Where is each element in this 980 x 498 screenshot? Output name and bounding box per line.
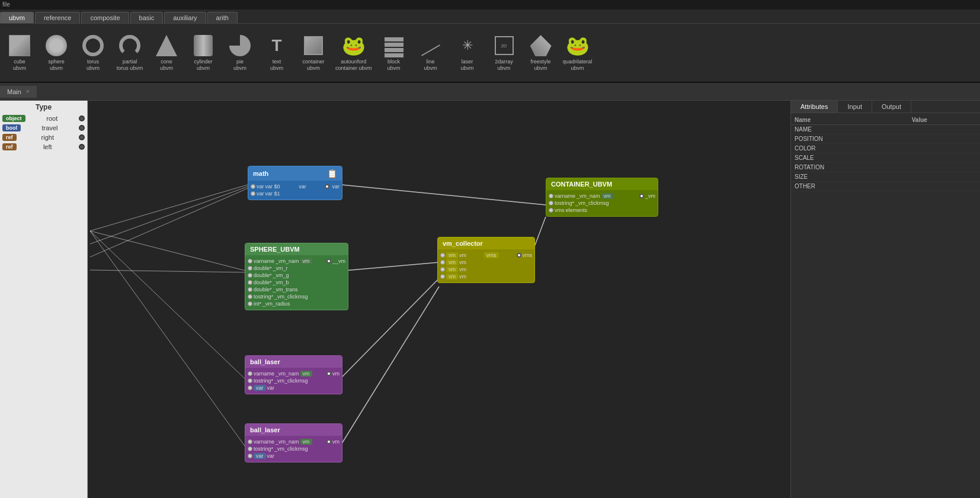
node-collector-body: vm vm vms vms vm vm vm vm bbox=[438, 249, 534, 282]
type-dot-right[interactable] bbox=[79, 134, 85, 140]
port-container-click-in[interactable] bbox=[549, 201, 553, 205]
toolbar-item-cube[interactable]: cubeubvm bbox=[5, 34, 34, 72]
tab-reference[interactable]: reference bbox=[35, 12, 80, 23]
type-name-right: right bbox=[41, 134, 54, 141]
tab-ubvm[interactable]: ubvm bbox=[0, 12, 34, 23]
port-ball2-var-in[interactable] bbox=[248, 454, 252, 458]
port-container-varname-in[interactable] bbox=[549, 194, 553, 198]
node-sphere-body: varname _vm_nam vm __vm double* _vm_r do… bbox=[245, 255, 348, 310]
attr-row-size[interactable]: SIZE bbox=[791, 172, 980, 182]
port-sphere-r-in[interactable] bbox=[248, 266, 252, 271]
sub-tab-main[interactable]: Main× bbox=[0, 86, 37, 98]
tab-bar: ubvmreferencecompositebasicauxiliaryarit… bbox=[0, 9, 980, 24]
type-dot-travel[interactable] bbox=[79, 125, 85, 131]
port-sphere-vm-out[interactable] bbox=[326, 259, 331, 264]
toolbar-item-freestyle[interactable]: freestyleubvm bbox=[526, 34, 556, 72]
node-vm-collector[interactable]: vm_collector vm vm vms vms vm vm bbox=[437, 237, 535, 283]
ball1-out-vm: vm bbox=[332, 371, 340, 377]
node-sphere-title: SPHERE_UBVM bbox=[250, 246, 300, 253]
port-math-var-out[interactable] bbox=[325, 184, 329, 189]
toolbar-item-line[interactable]: lineubvm bbox=[416, 34, 446, 72]
attr-row-rotation[interactable]: ROTATION bbox=[791, 163, 980, 172]
port-ball1-click-in[interactable] bbox=[248, 378, 252, 383]
sphere-label-varname: varname bbox=[254, 258, 274, 264]
port-ball2-vm-out[interactable] bbox=[326, 439, 331, 444]
toolbar-item-pie[interactable]: pieubvm bbox=[225, 34, 255, 72]
attr-val-other bbox=[908, 182, 980, 191]
port-math-var2-in[interactable] bbox=[251, 191, 255, 196]
toolbar-icon-line bbox=[419, 34, 443, 57]
attr-row-position[interactable]: POSITION bbox=[791, 134, 980, 144]
node-sphere-row1: varname _vm_nam vm __vm bbox=[245, 258, 348, 265]
toolbar-item-block[interactable]: blockubvm bbox=[379, 34, 409, 72]
node-collector-row3: vm vm bbox=[438, 266, 534, 273]
container-val-click: _vm_clickmsg bbox=[575, 200, 609, 206]
rpanel-tab-input[interactable]: Input bbox=[838, 101, 872, 113]
svg-line-3 bbox=[338, 287, 439, 450]
port-ball2-click-in[interactable] bbox=[248, 446, 252, 451]
port-sphere-click-in[interactable] bbox=[248, 294, 252, 299]
svg-line-11 bbox=[90, 270, 248, 272]
toolbar-item-cylinder[interactable]: cylinderubvm bbox=[188, 34, 218, 72]
port-collector-vm2-in[interactable] bbox=[440, 260, 445, 265]
toolbar-item-autounford[interactable]: 🐸autounfordcontainer ubvm bbox=[335, 34, 372, 72]
tab-auxiliary[interactable]: auxiliary bbox=[164, 12, 206, 23]
node-ball-laser-2[interactable]: ball_laser varname _vm_nam vm vm tostrin… bbox=[245, 423, 342, 462]
toolbar-item-text[interactable]: Ttextubvm bbox=[262, 34, 292, 72]
rpanel-tab-attributes[interactable]: Attributes bbox=[791, 101, 838, 113]
toolbar-label-cube: cubeubvm bbox=[13, 59, 26, 72]
port-collector-vm4-in[interactable] bbox=[440, 274, 445, 279]
toolbar-item-container[interactable]: containerubvm bbox=[299, 34, 328, 72]
attr-row-color[interactable]: COLOR bbox=[791, 144, 980, 153]
type-dot-root[interactable] bbox=[79, 115, 85, 121]
port-sphere-varname-in[interactable] bbox=[248, 259, 252, 264]
canvas-area[interactable]: math 📋 var var $0 var var var var $1 bbox=[88, 101, 790, 498]
port-ball2-varname-in[interactable] bbox=[248, 439, 252, 444]
node-sphere[interactable]: SPHERE_UBVM varname _vm_nam vm __vm doub… bbox=[245, 243, 348, 310]
tab-basic[interactable]: basic bbox=[130, 12, 164, 23]
sphere-label-click: tostring* bbox=[254, 294, 273, 300]
toolbar-item-partial-torus[interactable]: partialtorus ubvm bbox=[115, 34, 145, 72]
toolbar-item-cone[interactable]: coneubvm bbox=[152, 34, 181, 72]
toolbar-item-2darray[interactable]: 2D2darrayubvm bbox=[489, 34, 519, 72]
port-ball1-varname-in[interactable] bbox=[248, 371, 252, 376]
tab-arith[interactable]: arith bbox=[207, 12, 238, 23]
toolbar-item-quadrilateral[interactable]: 🐸quadrilateralubvm bbox=[563, 34, 593, 72]
toolbar-item-torus[interactable]: torusubvm bbox=[78, 34, 108, 72]
sphere-val-r: _vm_r bbox=[273, 265, 288, 271]
attr-row-scale[interactable]: SCALE bbox=[791, 153, 980, 163]
port-ball1-var-in[interactable] bbox=[248, 385, 252, 390]
rpanel-tab-output[interactable]: Output bbox=[872, 101, 911, 113]
svg-line-8 bbox=[90, 231, 248, 450]
node-ball1-title: ball_laser bbox=[250, 358, 280, 365]
port-ball1-vm-out[interactable] bbox=[326, 371, 331, 376]
node-math[interactable]: math 📋 var var $0 var var var var $1 bbox=[248, 166, 342, 200]
node-ball-laser-1[interactable]: ball_laser varname _vm_nam vm vm tostrin… bbox=[245, 355, 342, 394]
tab-composite[interactable]: composite bbox=[81, 12, 129, 23]
port-container-vms-in[interactable] bbox=[549, 208, 553, 213]
attr-row-other[interactable]: OTHER bbox=[791, 182, 980, 191]
port-math-var1-in[interactable] bbox=[251, 184, 255, 189]
sub-tab-close-main[interactable]: × bbox=[26, 88, 30, 95]
toolbar-label-cylinder: cylinderubvm bbox=[194, 59, 212, 72]
port-sphere-b-in[interactable] bbox=[248, 280, 252, 285]
port-collector-vm3-in[interactable] bbox=[440, 267, 445, 272]
ball1-label-click: tostring* bbox=[254, 378, 273, 384]
toolbar: cubeubvmsphereubvmtorusubvmpartialtorus … bbox=[0, 24, 980, 83]
node-sphere-row3: double* _vm_g bbox=[245, 272, 348, 279]
ball2-tag-vm: vm bbox=[300, 439, 312, 445]
toolbar-item-laser[interactable]: ✳laserubvm bbox=[453, 34, 482, 72]
port-sphere-trans-in[interactable] bbox=[248, 287, 252, 292]
port-sphere-g-in[interactable] bbox=[248, 273, 252, 278]
port-collector-vms-out[interactable] bbox=[517, 253, 521, 258]
type-dot-left[interactable] bbox=[79, 144, 85, 150]
port-collector-vm1-in[interactable] bbox=[440, 253, 445, 258]
toolbar-item-sphere[interactable]: sphereubvm bbox=[41, 34, 71, 72]
node-container-ubvm[interactable]: CONTAINER_UBVM varname _vm_nam vm _vm to… bbox=[546, 178, 658, 217]
svg-line-10 bbox=[90, 188, 248, 257]
node-container-body: varname _vm_nam vm _vm tostring* _vm_cli… bbox=[546, 190, 658, 216]
attr-row-name[interactable]: NAME bbox=[791, 125, 980, 134]
node-container-row3: vms elements bbox=[546, 207, 658, 214]
port-container-vm-out[interactable] bbox=[639, 194, 644, 198]
port-sphere-radius-in[interactable] bbox=[248, 301, 252, 306]
